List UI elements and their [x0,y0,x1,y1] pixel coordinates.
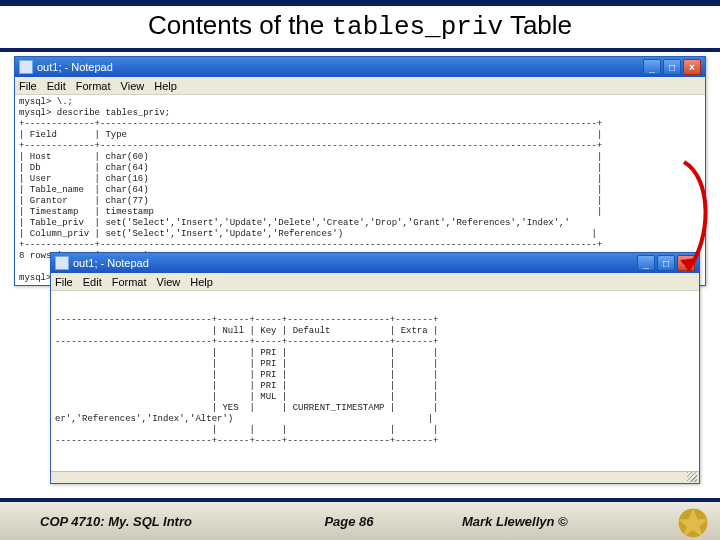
title-text-after: Table [503,10,572,40]
page-title: Contents of the tables_priv Table [0,6,720,48]
menu-help[interactable]: Help [154,80,177,92]
minimize-button[interactable]: _ [637,255,655,271]
footer-page: Page 86 [246,514,452,529]
menu-file[interactable]: File [19,80,37,92]
menu-format[interactable]: Format [76,80,111,92]
footer-author: Mark Llewellyn © [452,514,668,529]
menu-help[interactable]: Help [190,276,213,288]
title-text-mono: tables_priv [332,12,504,42]
notepad-icon [55,256,69,270]
footer-course: COP 4710: My. SQL Intro [0,514,246,529]
menu-view[interactable]: View [121,80,145,92]
menu-edit[interactable]: Edit [83,276,102,288]
titlebar[interactable]: out1; - Notepad _ □ × [15,57,705,77]
slide-footer: COP 4710: My. SQL Intro Page 86 Mark Lle… [0,498,720,540]
menu-edit[interactable]: Edit [47,80,66,92]
close-button[interactable]: × [683,59,701,75]
notepad-icon [19,60,33,74]
menu-file[interactable]: File [55,276,73,288]
status-bar [51,471,699,483]
window-title-text: out1; - Notepad [37,61,643,73]
ucf-logo-icon [668,502,718,540]
minimize-button[interactable]: _ [643,59,661,75]
maximize-button[interactable]: □ [663,59,681,75]
title-text-plain: Contents of the [148,10,332,40]
titlebar[interactable]: out1; - Notepad _ □ × [51,253,699,273]
menu-bar: File Edit Format View Help [15,77,705,95]
maximize-button[interactable]: □ [657,255,675,271]
text-area[interactable]: -----------------------------+------+---… [51,291,699,483]
notepad-window-2[interactable]: out1; - Notepad _ □ × File Edit Format V… [50,252,700,484]
menu-view[interactable]: View [157,276,181,288]
resize-grip-icon[interactable] [687,472,697,482]
window-title-text: out1; - Notepad [73,257,637,269]
close-button[interactable]: × [677,255,695,271]
menu-format[interactable]: Format [112,276,147,288]
menu-bar: File Edit Format View Help [51,273,699,291]
